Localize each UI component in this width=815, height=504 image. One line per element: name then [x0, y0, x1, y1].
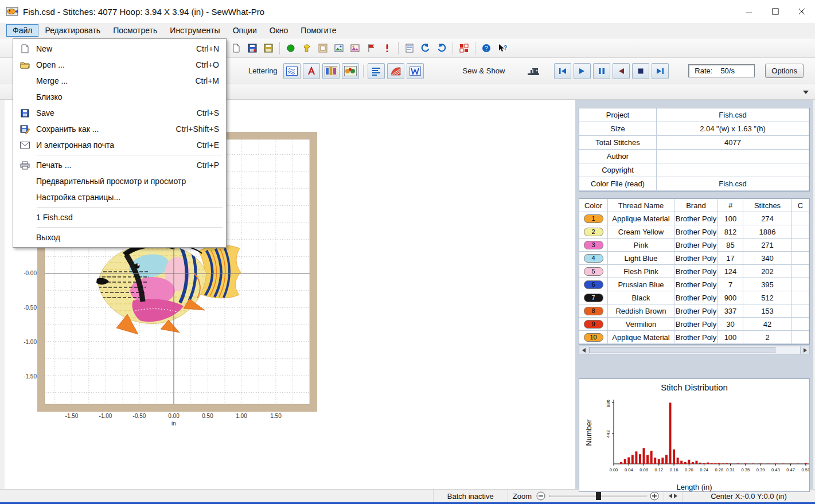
design-image-icon[interactable]	[332, 41, 346, 56]
thread-name-cell[interactable]: Cream Yellow	[608, 225, 674, 239]
thread-name-cell[interactable]: Prussian Blue	[608, 278, 674, 291]
wordart-button[interactable]	[407, 63, 424, 79]
zoom-slider[interactable]	[549, 495, 646, 497]
flag-icon[interactable]	[364, 41, 379, 56]
menu-window[interactable]: Окно	[264, 25, 294, 36]
minimize-button[interactable]	[736, 0, 762, 23]
color-swatch-cell[interactable]: 10	[579, 331, 608, 344]
pan-left-icon[interactable]	[669, 494, 672, 498]
thread-name-cell[interactable]: Vermilion	[608, 318, 674, 331]
color-swatch-cell[interactable]: 5	[579, 265, 608, 278]
close-button[interactable]	[789, 0, 815, 23]
save-all-icon[interactable]	[245, 41, 260, 56]
thread-name-cell[interactable]: Black	[608, 291, 674, 304]
file-menu-item-new[interactable]: New Ctrl+N	[13, 41, 226, 57]
thread-list-button[interactable]	[368, 63, 385, 79]
file-menu-item-open[interactable]: Open ... Ctrl+O	[13, 57, 226, 73]
pause-button[interactable]	[593, 63, 610, 79]
color-swatch-cell[interactable]: 9	[579, 318, 608, 331]
options-button[interactable]: Options	[765, 64, 804, 78]
file-menu-item-merge[interactable]: Merge ... Ctrl+M	[13, 73, 226, 89]
color-swatch-cell[interactable]: 6	[579, 278, 608, 291]
brand-cell: Brother Poly	[674, 212, 718, 225]
file-menu-item-page-setup[interactable]: Настройка страницы...	[13, 189, 226, 205]
rate-field[interactable]: Rate: 50/s	[688, 64, 755, 77]
color-swatch[interactable]: 8	[584, 307, 603, 315]
pan-right-icon[interactable]	[674, 494, 677, 498]
skip-start-button[interactable]	[554, 63, 571, 79]
hoop-icon[interactable]	[315, 41, 330, 56]
chart-y-axis-label: Number	[584, 416, 593, 450]
color-swatch-cell[interactable]: 2	[579, 225, 608, 239]
step-back-button[interactable]	[613, 63, 630, 79]
file-menu-item-save[interactable]: Save Ctrl+S	[13, 105, 226, 121]
file-menu-item-print[interactable]: Печать ... Ctrl+P	[13, 157, 226, 173]
file-menu-item-email[interactable]: И электронная почта Ctrl+E	[13, 137, 226, 153]
thread-name-cell[interactable]: Reddish Brown	[608, 304, 674, 318]
color-swatch-cell[interactable]: 8	[579, 304, 608, 318]
color-swatch[interactable]: 10	[584, 333, 603, 342]
scrollbar-track[interactable]	[588, 346, 800, 354]
color-swatch[interactable]: 4	[584, 254, 603, 263]
brand-cell: Brother Poly	[674, 278, 718, 291]
green-dot-icon[interactable]	[283, 41, 298, 56]
menu-view[interactable]: Посмотреть	[107, 25, 163, 36]
maximize-button[interactable]	[762, 0, 789, 23]
color-table-hscrollbar[interactable]	[579, 346, 810, 354]
color-swatch[interactable]: 5	[584, 267, 603, 276]
file-menu-item-exit[interactable]: Выход	[13, 229, 226, 245]
file-menu-item-close[interactable]: Близко	[13, 89, 226, 105]
tshirt-icon[interactable]	[299, 41, 314, 56]
document-icon[interactable]	[229, 41, 244, 56]
color-swatch[interactable]: 2	[584, 228, 603, 236]
help-icon[interactable]: ?	[479, 41, 494, 56]
zoom-out-icon[interactable]	[536, 491, 545, 501]
stop-button[interactable]	[632, 63, 649, 79]
zoom-slider-thumb[interactable]	[596, 492, 601, 500]
design-image-2-icon[interactable]	[348, 41, 362, 56]
color-swatch[interactable]: 9	[584, 320, 603, 329]
fan-view-button[interactable]	[387, 63, 404, 79]
thread-name-cell[interactable]: Pink	[608, 239, 674, 252]
monogram-button[interactable]	[322, 63, 340, 79]
rotate-left-icon[interactable]	[418, 41, 433, 56]
scroll-right-icon[interactable]	[800, 346, 809, 354]
color-swatch-cell[interactable]: 7	[579, 291, 608, 304]
notes-icon[interactable]	[402, 41, 417, 56]
rotate-right-icon[interactable]	[434, 41, 449, 56]
thread-name-cell[interactable]: Applique Material	[608, 331, 674, 344]
scroll-left-icon[interactable]	[579, 346, 588, 354]
file-menu-item-recent-1[interactable]: 1 Fish.csd	[13, 209, 226, 225]
menu-help[interactable]: Помогите	[295, 25, 342, 36]
chevron-down-icon[interactable]	[800, 87, 812, 97]
menu-options[interactable]: Опции	[227, 25, 263, 36]
tile-windows-icon[interactable]	[457, 41, 471, 56]
color-swatch[interactable]: 6	[584, 280, 603, 289]
menu-file[interactable]: Файл	[7, 25, 38, 36]
skip-end-button[interactable]	[652, 63, 669, 79]
font-button[interactable]	[303, 63, 320, 79]
context-help-icon[interactable]: ?	[495, 41, 510, 56]
color-swatch[interactable]: 1	[584, 214, 603, 223]
color-swatch[interactable]: 3	[584, 241, 603, 249]
color-swatch-cell[interactable]: 4	[579, 252, 608, 265]
thread-name-cell[interactable]: Flesh Pink	[608, 265, 674, 278]
color-swatch[interactable]: 7	[584, 294, 603, 302]
menu-tools[interactable]: Инструменты	[164, 25, 225, 36]
file-menu-item-print-preview[interactable]: Предварительный просмотр и просмотр	[13, 173, 226, 189]
file-menu-item-save-as[interactable]: Сохранить как ... Ctrl+Shift+S	[13, 121, 226, 137]
stitches-cell: 153	[743, 304, 792, 318]
esv-lettering-button[interactable]	[283, 63, 301, 79]
menu-edit[interactable]: Редактировать	[39, 25, 106, 36]
exclamation-icon[interactable]	[380, 41, 395, 56]
thread-name-cell[interactable]: Applique Material	[608, 212, 674, 225]
color-swatch-cell[interactable]: 1	[579, 212, 608, 225]
zoom-in-icon[interactable]	[650, 491, 659, 501]
sewing-machine-icon[interactable]	[526, 64, 541, 79]
export-disk-icon[interactable]	[261, 41, 276, 56]
applique-button[interactable]	[342, 63, 359, 79]
scrollbar-thumb[interactable]	[589, 347, 775, 353]
thread-name-cell[interactable]: Light Blue	[608, 252, 674, 265]
color-swatch-cell[interactable]: 3	[579, 239, 608, 252]
play-button[interactable]	[574, 63, 591, 79]
